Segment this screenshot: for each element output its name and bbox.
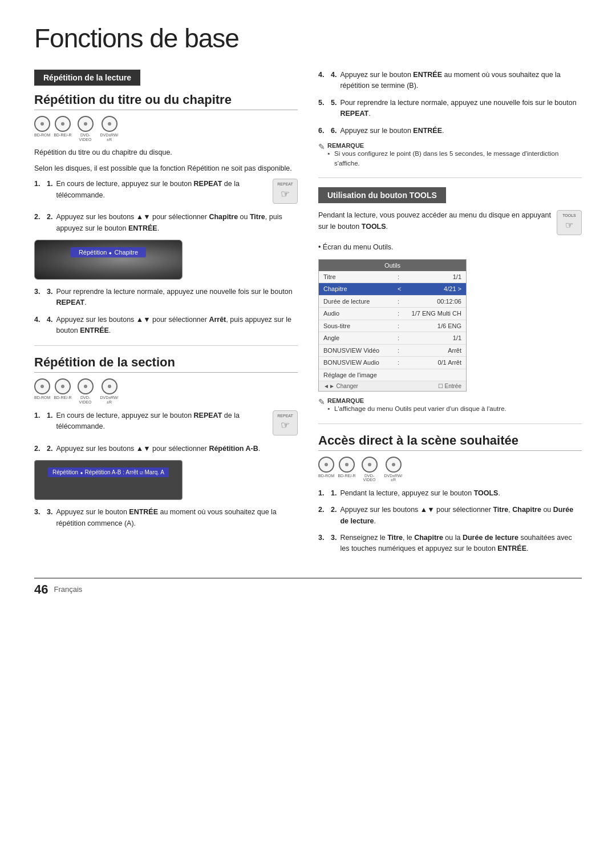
right-step-4: 4. Appuyez sur le bouton ENTRÉE au momen…	[318, 70, 582, 92]
disc-icon-dvdvideo-3: DVD-VIDEO	[359, 457, 380, 482]
menu-val-chapitre: 4/21 >	[403, 284, 461, 294]
menu-val-audio: 1/7 ENG Multi CH	[403, 309, 461, 318]
acces-step-3-text: Renseignez le Titre, le Chapitre ou la D…	[340, 534, 572, 552]
disc-circle-bdrer-3	[339, 457, 355, 473]
menu-val-bonusvideo: Arrêt	[403, 346, 461, 356]
tools-intro: TOOLS ☞ Pendant la lecture, vous pouvez …	[318, 210, 582, 237]
menu-sep-angle: :	[398, 333, 403, 343]
section-header-tools: Utilisation du bouton TOOLS	[318, 187, 446, 203]
menu-val-angle: 1/1	[403, 333, 461, 343]
pencil-icon-1: ✎	[318, 142, 325, 151]
disc-icon-dvdrw-3: DVD±RW/±R	[383, 457, 404, 482]
disc-label-dvdvideo-3: DVD-VIDEO	[359, 474, 380, 482]
disc-circle-dvdvideo-3	[362, 457, 378, 473]
disc-circle-dvdvideo-2	[78, 378, 94, 394]
menu-sep-reglage	[398, 370, 403, 380]
step-4-text: Appuyez sur les boutons ▲▼ pour sélectio…	[56, 316, 291, 334]
disc-icon-dvdvideo-2: DVD-VIDEO	[75, 378, 96, 404]
repeat-word-2: REPEAT	[277, 414, 293, 418]
disc-label-bdrer-3: BD-RE/-R	[338, 474, 355, 478]
disc-icon-bdrer-2: BD-RE/-R	[54, 378, 71, 404]
acces-step-2-num: 2.	[331, 505, 337, 527]
repeat-word-1: REPEAT	[277, 182, 293, 187]
right-step-4-text: Appuyez sur le bouton ENTRÉE au moment o…	[340, 71, 560, 90]
step-2-num: 2.	[47, 212, 52, 234]
step-4-num: 4.	[47, 314, 52, 337]
step-2-content: Appuyez sur les boutons ▲▼ pour sélectio…	[56, 212, 298, 234]
disc-circle-bdrer	[55, 116, 71, 132]
step-4-content: Appuyez sur les boutons ▲▼ pour sélectio…	[56, 314, 298, 337]
subsection-title-chapitre: Répétition du titre ou du chapitre	[34, 92, 298, 110]
menu-key-audio: Audio	[323, 309, 398, 318]
menu-row-audio: Audio : 1/7 ENG Multi CH	[319, 308, 466, 320]
sec-step-1-text: En cours de lecture, appuyez sur le bout…	[56, 412, 240, 430]
page-number-bar: 46 Français	[34, 578, 582, 597]
menu-sep-audio: :	[398, 309, 403, 318]
pencil-icon-2: ✎	[318, 397, 325, 406]
disc-icon-bdrom: BD-ROM	[34, 116, 50, 142]
menu-footer-left: ◄► Changer	[323, 383, 358, 389]
intro-text-2: Selon les disques, il est possible que l…	[34, 163, 298, 174]
menu-val-titre: 1/1	[403, 272, 461, 282]
disc-label-dvdvideo: DVD-VIDEO	[75, 133, 96, 142]
hr-1	[34, 345, 298, 346]
menu-row-bonusvideo: BONUSVIEW Vidéo : Arrêt	[319, 345, 466, 357]
disc-icons-acces: BD-ROM BD-RE/-R DVD-VIDEO DVD±RW/±R	[318, 457, 582, 482]
disc-icon-bdrer: BD-RE/-R	[54, 116, 71, 142]
repeat-button-img-2: REPEAT ☞	[273, 410, 298, 435]
sec-step-1-num: 1.	[47, 410, 52, 438]
sec-step-1-content: REPEAT ☞ En cours de lecture, appuyez su…	[56, 410, 298, 438]
menu-footer-right: ☐ Entrée	[438, 383, 461, 389]
bg-image-1	[35, 240, 182, 279]
screen-preview-2: Répétition ⬥ Répétition A-B : Arrêt ☑ Ma…	[34, 460, 183, 500]
disc-circle-dvdrw	[102, 116, 117, 132]
menu-row-angle: Angle : 1/1	[319, 332, 466, 345]
disc-icons-section: BD-ROM BD-RE/-R DVD-VIDEO DVD±RW/±R	[34, 378, 298, 404]
disc-icon-bdrom-2: BD-ROM	[34, 378, 50, 404]
right-step-6: 6. Appuyez sur le bouton ENTRÉE.	[318, 126, 582, 136]
step-1-content: REPEAT ☞ En cours de lecture, appuyez su…	[56, 179, 298, 206]
col-right: 4. Appuyez sur le bouton ENTRÉE au momen…	[318, 70, 582, 560]
disc-label-bdrom-3: BD-ROM	[318, 474, 334, 478]
section-steps: 1. REPEAT ☞ En cours de lecture, appuyez…	[34, 410, 298, 454]
hr-3	[318, 423, 582, 424]
disc-icon-bdrer-3: BD-RE/-R	[338, 457, 355, 482]
disc-circle-bdrer-2	[55, 378, 71, 394]
right-step-6-text: Appuyez sur le bouton ENTRÉE.	[340, 127, 444, 135]
remarque-content-1: REMARQUE Si vous configurez le point (B)…	[327, 142, 582, 169]
tools-word: TOOLS	[562, 213, 576, 219]
right-step-5: 5. Pour reprendre la lecture normale, ap…	[318, 98, 582, 120]
disc-label-bdrer: BD-RE/-R	[54, 133, 71, 138]
hand-icon-2: ☞	[281, 420, 290, 432]
disc-circle-bdrom-2	[34, 378, 50, 394]
menu-sep-chapitre: <	[398, 284, 403, 294]
chapitre-steps-cont: 3. Pour reprendre la lecture normale, ap…	[34, 287, 298, 337]
disc-label-dvdrw-3: DVD±RW/±R	[383, 474, 404, 482]
disc-label-dvdvideo-2: DVD-VIDEO	[75, 396, 96, 404]
remarque-item-2: L'affichage du menu Outils peut varier d…	[327, 404, 506, 414]
acces-step-1-text: Pendant la lecture, appuyez sur le bouto…	[340, 489, 500, 497]
menu-sep-duree: :	[398, 297, 403, 306]
remarque-list-2: L'affichage du menu Outils peut varier d…	[327, 404, 506, 414]
sec-step-3-content: Appuyez sur le bouton ENTRÉE au moment o…	[56, 507, 298, 529]
acces-steps: 1. Pendant la lecture, appuyez sur le bo…	[318, 488, 582, 555]
sec-step-3: 3. Appuyez sur le bouton ENTRÉE au momen…	[34, 507, 298, 529]
sec-step-3-text: Appuyez sur le bouton ENTRÉE au moment o…	[56, 508, 276, 527]
intro-text-1: Répétition du titre ou du chapitre du di…	[34, 147, 298, 158]
sec-step-2-text: Appuyez sur les boutons ▲▼ pour sélectio…	[56, 445, 260, 453]
subsection-title-section: Répétition de la section	[34, 355, 298, 373]
right-steps-top: 4. Appuyez sur le bouton ENTRÉE au momen…	[318, 70, 582, 136]
disc-circle-dvdvideo	[78, 116, 94, 132]
right-step-6-num: 6.	[331, 126, 337, 136]
tools-menu: Outils Titre : 1/1 Chapitre < 4/21 > Dur…	[318, 259, 467, 392]
repeat-btn-2: REPEAT ☞	[273, 410, 298, 435]
overlay-bar-2: Répétition ⬥ Répétition A-B : Arrêt ☑ Ma…	[48, 467, 169, 477]
step-3-text: Pour reprendre la lecture normale, appuy…	[56, 288, 292, 306]
language-label: Français	[54, 585, 82, 594]
sec-step-2-num: 2.	[47, 443, 52, 454]
step-1-text: En cours de lecture, appuyez sur le bout…	[56, 180, 240, 199]
step-3-content: Pour reprendre la lecture normale, appuy…	[56, 287, 298, 309]
menu-row-bonusaudio: BONUSVIEW Audio : 0/1 Arrêt	[319, 357, 466, 369]
page-number: 46	[34, 582, 48, 597]
menu-key-bonusaudio: BONUSVIEW Audio	[323, 358, 398, 368]
